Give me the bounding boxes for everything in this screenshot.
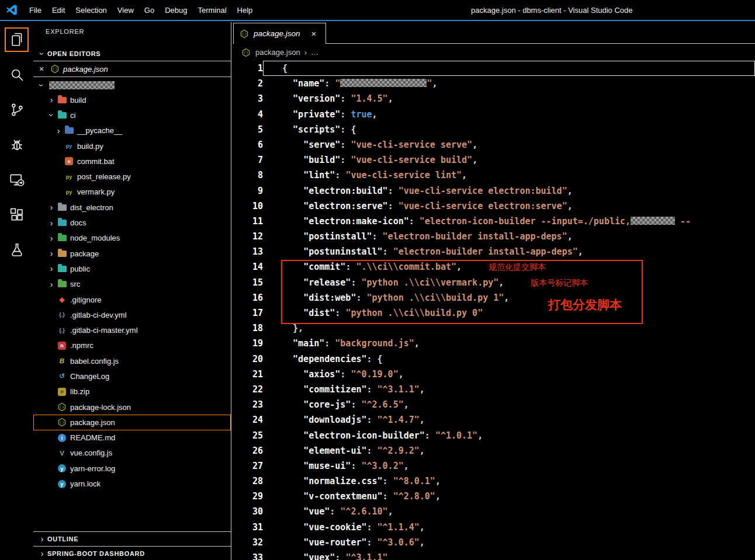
tree-item-build.py[interactable]: pybuild.py [33, 138, 231, 154]
tree-item-commit.bat[interactable]: ×commit.bat [33, 154, 231, 169]
code-text[interactable]: "dist:web": "python .\\ci\\build.py 1", [263, 290, 755, 305]
tree-item-dist-electron[interactable]: dist_electron [33, 200, 231, 215]
activity-test-explorer[interactable] [0, 232, 33, 267]
tree-item-docs[interactable]: docs [33, 215, 231, 230]
open-editor-item[interactable]: × package.json [33, 61, 231, 77]
code-text[interactable]: "private": true, [263, 107, 755, 122]
menu-selection[interactable]: Selection [70, 0, 112, 20]
activity-remote-explorer[interactable] [0, 162, 33, 197]
outline-section-header[interactable]: OUTLINE [33, 531, 231, 546]
line-number[interactable]: 2 [232, 76, 263, 91]
line-number[interactable]: 8 [232, 168, 263, 183]
tree-item-public[interactable]: public [33, 261, 231, 276]
code-text[interactable]: "commit": ".\\ci\\commit.bat",规范化提交脚本 [263, 259, 755, 274]
code-text[interactable]: "electron:make-icon": "electron-icon-bui… [263, 214, 755, 229]
menu-help[interactable]: Help [232, 0, 258, 20]
activity-explorer[interactable] [0, 22, 33, 57]
tree-item-post-release.py[interactable]: pypost_release.py [33, 169, 231, 184]
line-number[interactable]: 6 [232, 137, 263, 152]
line-number[interactable]: 33 [232, 550, 263, 560]
code-text[interactable]: "electron:build": "vue-cli-service elect… [263, 183, 755, 199]
activity-extensions[interactable] [0, 197, 33, 232]
tree-item-build[interactable]: build [33, 92, 231, 107]
tree-item-readme.md[interactable]: iREADME.md [33, 430, 231, 446]
line-number[interactable]: 16 [232, 290, 263, 305]
tree-item-ci[interactable]: ci [33, 107, 231, 123]
line-number[interactable]: 25 [232, 428, 263, 443]
line-number[interactable]: 20 [232, 352, 263, 367]
code-text[interactable]: "commitizen": "^3.1.1", [263, 382, 755, 397]
line-number[interactable]: 29 [232, 489, 263, 504]
code-text[interactable]: "dist": "python .\\ci\\build.py 0" [263, 305, 755, 321]
code-text[interactable]: "serve": "vue-cli-service serve", [263, 137, 755, 152]
line-number[interactable]: 32 [232, 535, 263, 550]
code-text[interactable]: "element-ui": "^2.9.2", [263, 443, 755, 458]
tree-item-node-modules[interactable]: node_modules [33, 231, 231, 246]
tree-item-vue.config.js[interactable]: Vvue.config.js [33, 446, 231, 461]
code-text[interactable]: "axios": "^0.19.0", [263, 367, 755, 382]
tree-item-changelog[interactable]: ↺ChangeLog [33, 368, 231, 384]
activity-source-control[interactable] [0, 92, 33, 127]
line-number[interactable]: 17 [232, 305, 263, 321]
tree-item-.gitlab-ci-master.yml[interactable]: {.}.gitlab-ci-master.yml [33, 322, 231, 338]
tree-item-yarn.lock[interactable]: yyarn.lock [33, 476, 231, 491]
line-number[interactable]: 4 [232, 107, 263, 122]
menu-go[interactable]: Go [139, 0, 160, 20]
code-text[interactable]: "core-js": "^2.6.5", [263, 397, 755, 412]
code-text[interactable]: "v-contextmenu": "^2.8.0", [263, 489, 755, 504]
tree-item--pycache-[interactable]: __pycache__ [33, 123, 231, 138]
code-text[interactable]: "version": "1.4.5", [263, 91, 755, 106]
code-text[interactable]: "electron-icon-builder": "^1.0.1", [263, 428, 755, 443]
line-number[interactable]: 3 [232, 91, 263, 106]
code-text[interactable]: "vuex": "^3.1.1" [263, 550, 755, 560]
code-text[interactable]: "vue-router": "^3.0.6", [263, 535, 755, 550]
line-number[interactable]: 11 [232, 214, 263, 229]
activity-search[interactable] [0, 57, 33, 92]
tree-item-lib.zip[interactable]: ≡lib.zip [33, 384, 231, 399]
code-text[interactable]: "vue": "^2.6.10", [263, 504, 755, 519]
line-number[interactable]: 22 [232, 382, 263, 397]
tree-item-package.json[interactable]: package.json [33, 415, 231, 430]
line-number[interactable]: 26 [232, 443, 263, 458]
line-number[interactable]: 9 [232, 183, 263, 199]
line-number[interactable]: 19 [232, 336, 263, 351]
menu-view[interactable]: View [112, 0, 139, 20]
line-number[interactable]: 5 [232, 122, 263, 137]
menu-debug[interactable]: Debug [160, 0, 192, 20]
code-text[interactable]: }, [263, 321, 755, 336]
tree-root-folder[interactable] [33, 78, 231, 92]
tab-package-json[interactable]: package.json × [233, 23, 326, 44]
menu-terminal[interactable]: Terminal [192, 0, 231, 20]
line-number[interactable]: 18 [232, 321, 263, 336]
code-text[interactable]: "vue-cookie": "^1.1.4", [263, 520, 755, 535]
tree-item-babel.config.js[interactable]: Bbabel.config.js [33, 353, 231, 368]
line-number[interactable]: 23 [232, 397, 263, 412]
code-text[interactable]: "postuninstall": "electron-builder insta… [263, 244, 755, 259]
code-text[interactable]: "scripts": { [263, 122, 755, 137]
line-number[interactable]: 12 [232, 229, 263, 244]
tree-item-vermark.py[interactable]: pyvermark.py [33, 185, 231, 200]
code-area[interactable]: 1{2 "name": "",3 "version": "1.4.5",4 "p… [232, 61, 755, 560]
line-number[interactable]: 28 [232, 474, 263, 489]
menu-file[interactable]: File [24, 0, 47, 20]
breadcrumb-more[interactable]: … [311, 48, 318, 57]
tree-item-package-lock.json[interactable]: package-lock.json [33, 399, 231, 415]
menu-edit[interactable]: Edit [47, 0, 70, 20]
code-text[interactable]: "postinstall": "electron-builder install… [263, 229, 755, 244]
code-text[interactable]: "release": "python .\\ci\\vermark.py",版本… [263, 275, 755, 290]
code-text[interactable]: "dependencies": { [263, 352, 755, 367]
tree-item-src[interactable]: src [33, 277, 231, 292]
code-text[interactable]: "downloadjs": "^1.4.7", [263, 412, 755, 427]
code-text[interactable]: "muse-ui": "^3.0.2", [263, 458, 755, 474]
line-number[interactable]: 30 [232, 504, 263, 519]
tree-item-package[interactable]: package [33, 246, 231, 261]
tab-close-icon[interactable]: × [311, 29, 317, 39]
tree-item-.gitlab-ci-dev.yml[interactable]: {.}.gitlab-ci-dev.yml [33, 307, 231, 322]
line-number[interactable]: 31 [232, 520, 263, 535]
line-number[interactable]: 7 [232, 152, 263, 168]
tree-item-.gitignore[interactable]: ◆.gitignore [33, 292, 231, 307]
line-number[interactable]: 1 [232, 61, 263, 76]
line-number[interactable]: 21 [232, 367, 263, 382]
line-number[interactable]: 13 [232, 244, 263, 259]
springboot-dashboard-section-header[interactable]: SPRING-BOOT DASHBOARD [33, 546, 231, 560]
